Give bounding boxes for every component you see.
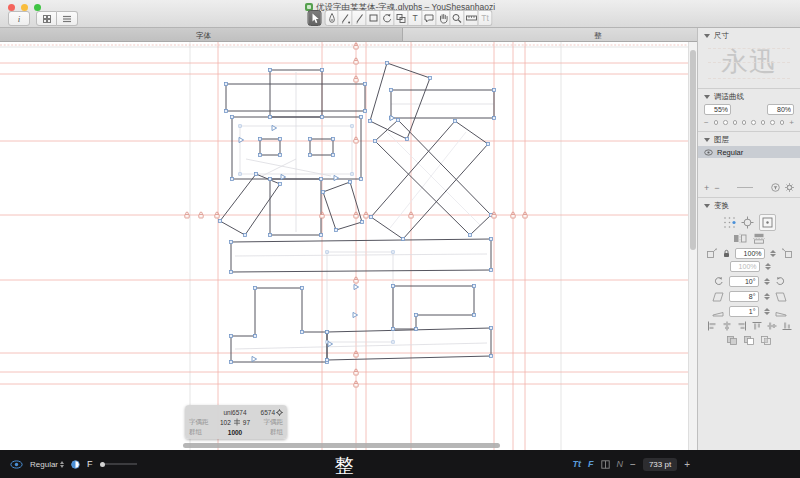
left-sidebearing-value[interactable]: 102 xyxy=(220,419,231,426)
node[interactable] xyxy=(231,116,234,119)
node[interactable] xyxy=(269,69,272,72)
fit-curve-step[interactable] xyxy=(751,120,756,125)
node[interactable] xyxy=(360,178,363,181)
pen-tool-button[interactable] xyxy=(325,10,339,26)
node[interactable] xyxy=(392,328,395,331)
guide-lock-icon[interactable] xyxy=(185,214,189,218)
slant2-stepper[interactable] xyxy=(764,308,770,315)
guides[interactable] xyxy=(0,42,688,450)
node[interactable] xyxy=(301,287,304,290)
align-middle-icon[interactable] xyxy=(767,321,777,331)
skeleton-node[interactable] xyxy=(351,125,353,127)
fit-curve-step[interactable] xyxy=(733,120,738,125)
skeleton-node[interactable] xyxy=(351,173,353,175)
node[interactable] xyxy=(490,327,493,330)
node[interactable] xyxy=(332,154,335,157)
guide-lock-icon[interactable] xyxy=(511,214,515,218)
fit-curve-max-input[interactable] xyxy=(767,104,794,115)
slant-right-icon[interactable] xyxy=(775,292,787,302)
align-right-icon[interactable] xyxy=(737,321,747,331)
tab-glyph-edit[interactable] xyxy=(403,28,697,42)
disclosure-icon[interactable] xyxy=(704,34,710,38)
node[interactable] xyxy=(322,191,325,194)
grid-view-button[interactable] xyxy=(36,11,57,26)
grid-toggle-icon[interactable] xyxy=(601,460,610,469)
node[interactable] xyxy=(374,140,377,143)
node[interactable] xyxy=(349,181,352,184)
scale-vertical-stepper[interactable] xyxy=(765,263,771,270)
tab-glyph-label[interactable]: 整 xyxy=(594,31,602,41)
fit-curve-min-input[interactable] xyxy=(704,104,731,115)
guide-lock-icon[interactable] xyxy=(215,214,219,218)
guide-lock-icon[interactable] xyxy=(320,214,324,218)
node[interactable] xyxy=(369,120,372,123)
zoom-in-button[interactable]: + xyxy=(684,459,690,470)
node[interactable] xyxy=(490,355,493,358)
horizontal-scrollbar-thumb[interactable] xyxy=(183,443,500,448)
node[interactable] xyxy=(309,154,312,157)
slant-horizontal-right-icon[interactable] xyxy=(775,307,787,317)
scale-horizontal-stepper[interactable] xyxy=(770,250,776,257)
right-sidebearing-value[interactable]: 97 xyxy=(243,419,250,426)
nodes-toggle[interactable]: N xyxy=(617,459,624,469)
node[interactable] xyxy=(259,138,262,141)
zoom-tool-button[interactable] xyxy=(451,10,465,26)
guide-lock-icon[interactable] xyxy=(409,214,413,218)
font-info-button[interactable]: i xyxy=(8,11,30,26)
node[interactable] xyxy=(454,120,457,123)
node[interactable] xyxy=(230,335,233,338)
zoom-out-button[interactable]: − xyxy=(630,459,636,470)
guide-lock-icon[interactable] xyxy=(354,45,358,49)
rotate-input[interactable] xyxy=(729,276,759,287)
guide-lock-icon[interactable] xyxy=(354,279,358,283)
node[interactable] xyxy=(364,83,367,86)
origin-reference-icon[interactable] xyxy=(741,216,754,229)
guide-lock-icon[interactable] xyxy=(354,214,358,218)
fit-curve-plus[interactable]: + xyxy=(789,118,794,127)
align-bottom-icon[interactable] xyxy=(782,321,792,331)
guide-lock-icon[interactable] xyxy=(354,78,358,82)
node[interactable] xyxy=(490,238,493,241)
lock-icon[interactable] xyxy=(723,249,730,258)
node[interactable] xyxy=(279,183,282,186)
node[interactable] xyxy=(390,89,393,92)
guide-lock-icon[interactable] xyxy=(354,371,358,375)
node[interactable] xyxy=(320,234,323,237)
scale-up-icon[interactable] xyxy=(781,248,793,259)
guide-lock-icon[interactable] xyxy=(523,214,527,218)
disclosure-icon[interactable] xyxy=(704,204,710,208)
rotate-stepper[interactable] xyxy=(764,278,770,285)
slant-input[interactable] xyxy=(729,291,759,302)
truetype-hints-toggle[interactable]: Tt xyxy=(573,459,582,469)
scale-vertical-input[interactable] xyxy=(730,261,760,272)
list-view-button[interactable] xyxy=(57,11,78,26)
node[interactable] xyxy=(429,77,432,80)
flip-horizontal-icon[interactable] xyxy=(733,233,747,244)
features-toggle[interactable]: F xyxy=(588,459,594,469)
node[interactable] xyxy=(230,241,233,244)
guide-lock-icon[interactable] xyxy=(354,139,358,143)
node[interactable] xyxy=(231,178,234,181)
guide-lock-icon[interactable] xyxy=(354,383,358,387)
node[interactable] xyxy=(370,216,373,219)
scale-down-icon[interactable] xyxy=(706,248,718,259)
disclosure-icon[interactable] xyxy=(704,95,710,99)
slant2-input[interactable] xyxy=(729,306,759,317)
node[interactable] xyxy=(321,69,324,72)
node[interactable] xyxy=(225,83,228,86)
boolean-union-icon[interactable] xyxy=(726,335,738,346)
node[interactable] xyxy=(230,361,233,364)
hand-tool-button[interactable] xyxy=(437,10,451,26)
skeleton-node[interactable] xyxy=(392,251,394,253)
node[interactable] xyxy=(326,331,329,334)
fit-curve-step[interactable] xyxy=(742,120,747,125)
skeleton-node[interactable] xyxy=(239,173,241,175)
node[interactable] xyxy=(386,62,389,65)
glyph-width-value[interactable]: 1000 xyxy=(211,429,259,436)
annotation-tool-button[interactable] xyxy=(423,10,437,26)
align-left-icon[interactable] xyxy=(707,321,717,331)
node[interactable] xyxy=(415,328,418,331)
layer-row-regular[interactable]: Regular xyxy=(698,146,800,158)
node[interactable] xyxy=(219,220,222,223)
guide-lock-icon[interactable] xyxy=(354,60,358,64)
